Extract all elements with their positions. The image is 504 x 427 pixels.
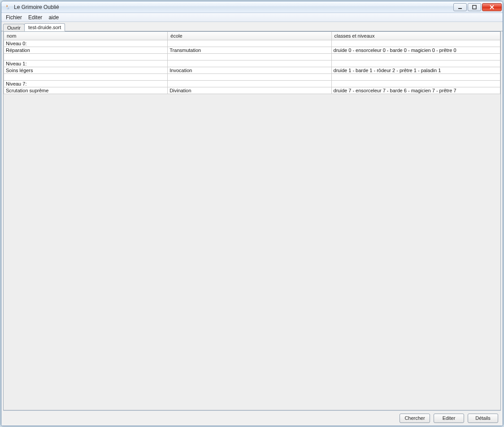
window-controls <box>452 3 502 11</box>
details-button[interactable]: Détails <box>468 414 498 423</box>
cell-name <box>4 54 168 60</box>
table-empty-area <box>4 94 500 410</box>
close-button[interactable] <box>482 3 502 11</box>
table-row[interactable]: Niveau 7: <box>4 81 500 87</box>
window-title: Le Grimoire Oublié <box>14 4 59 10</box>
java-icon <box>4 4 11 11</box>
table-header-row: nom école classes et niveaux <box>4 32 500 40</box>
cell-name: Niveau 7: <box>4 81 168 87</box>
close-icon <box>490 5 494 9</box>
cell-school <box>168 81 331 87</box>
app-window: Le Grimoire Oublié Fichier Editer aide O… <box>1 1 503 426</box>
table-container: nom école classes et niveaux Niveau 0: R… <box>3 31 501 410</box>
col-header-classes[interactable]: classes et niveaux <box>331 32 500 40</box>
tab-file[interactable]: test-druide.sort <box>24 23 65 31</box>
edit-button[interactable]: Editer <box>434 414 464 423</box>
footer-button-bar: Chercher Editer Détails <box>3 410 501 424</box>
cell-name: Niveau 1: <box>4 60 168 67</box>
minimize-button[interactable] <box>453 3 467 11</box>
svg-rect-1 <box>473 5 476 9</box>
cell-school <box>168 54 331 60</box>
cell-name: Soins légers <box>4 67 168 74</box>
menu-edit[interactable]: Editer <box>26 14 45 21</box>
cell-school: Transmutation <box>168 47 331 54</box>
tab-open[interactable]: Ouvrir <box>3 24 25 31</box>
cell-classes: druide 7 - ensorceleur 7 - barde 6 - mag… <box>331 87 500 94</box>
menu-help[interactable]: aide <box>46 14 61 21</box>
table-row[interactable]: Niveau 1: <box>4 60 500 67</box>
cell-school <box>168 74 331 81</box>
cell-classes <box>331 81 500 87</box>
table-row[interactable]: Scrutation suprême Divination druide 7 -… <box>4 87 500 94</box>
cell-name: Scrutation suprême <box>4 87 168 94</box>
table-row[interactable]: Soins légers Invocation druide 1 - barde… <box>4 67 500 74</box>
menu-file[interactable]: Fichier <box>3 14 25 21</box>
maximize-button[interactable] <box>468 3 481 11</box>
spell-table[interactable]: nom école classes et niveaux Niveau 0: R… <box>4 32 500 94</box>
cell-school: Invocation <box>168 67 331 74</box>
cell-school: Divination <box>168 87 331 94</box>
cell-classes: druide 1 - barde 1 - rôdeur 2 - prêtre 1… <box>331 67 500 74</box>
cell-classes <box>331 54 500 60</box>
cell-classes <box>331 74 500 81</box>
cell-name: Réparation <box>4 47 168 54</box>
col-header-name[interactable]: nom <box>4 32 168 40</box>
col-header-school[interactable]: école <box>168 32 331 40</box>
cell-classes <box>331 40 500 47</box>
table-row[interactable] <box>4 74 500 81</box>
menubar: Fichier Editer aide <box>1 13 503 22</box>
content-area: nom école classes et niveaux Niveau 0: R… <box>1 31 503 426</box>
cell-school <box>168 60 331 67</box>
search-button[interactable]: Chercher <box>400 414 430 423</box>
titlebar: Le Grimoire Oublié <box>1 1 503 13</box>
table-row[interactable]: Réparation Transmutation druide 0 - enso… <box>4 47 500 54</box>
table-row[interactable] <box>4 54 500 60</box>
table-row[interactable]: Niveau 0: <box>4 40 500 47</box>
cell-classes <box>331 60 500 67</box>
cell-name <box>4 74 168 81</box>
cell-classes: druide 0 - ensorceleur 0 - barde 0 - mag… <box>331 47 500 54</box>
svg-rect-0 <box>458 8 462 9</box>
cell-name: Niveau 0: <box>4 40 168 47</box>
tab-row: Ouvrir test-druide.sort <box>1 22 503 31</box>
minimize-icon <box>458 5 462 9</box>
maximize-icon <box>472 5 477 9</box>
cell-school <box>168 40 331 47</box>
